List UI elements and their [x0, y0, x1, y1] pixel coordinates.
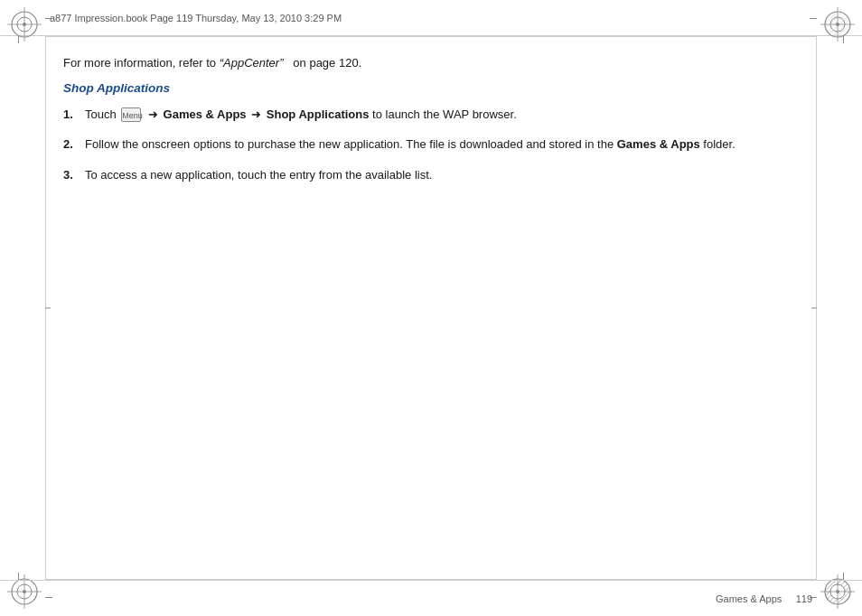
steps-list: 1. Touch Menu ➜ Games & Apps ➜ Shop Appl…: [63, 106, 799, 184]
menu-icon: Menu: [121, 107, 141, 122]
footer-spacer: [782, 593, 795, 604]
games-apps-label-2: Games & Apps: [617, 137, 700, 151]
header-title: a877 Impression.book Page 119 Thursday, …: [50, 13, 342, 23]
step-1-number: 1.: [63, 106, 85, 124]
tick-tr-v: [810, 18, 817, 19]
header-bar: a877 Impression.book Page 119 Thursday, …: [0, 0, 862, 36]
step-1: 1. Touch Menu ➜ Games & Apps ➜ Shop Appl…: [63, 106, 799, 124]
corner-tl: [7, 7, 42, 42]
intro-text-after: on page 120.: [286, 56, 361, 70]
svg-point-10: [826, 13, 849, 36]
appcenter-reference: “AppCenter”: [220, 56, 284, 70]
step-2-number: 2.: [63, 135, 85, 154]
intro-text-before: For more information, refer to: [63, 56, 220, 70]
border-top: [45, 36, 817, 37]
footer-bar: Games & Apps 119: [0, 580, 862, 616]
step-1-content: Touch Menu ➜ Games & Apps ➜ Shop Applica…: [85, 106, 799, 124]
tick-mid-l: [45, 308, 51, 309]
page: a877 Impression.book Page 119 Thursday, …: [0, 0, 862, 616]
arrow-2: ➜: [251, 107, 261, 121]
footer-page-number: 119: [796, 593, 812, 604]
section-title: Shop Applications: [63, 81, 799, 95]
step-3-number: 3.: [63, 166, 85, 184]
tick-tl-v: [45, 18, 52, 19]
games-apps-label-1: Games & Apps: [164, 107, 247, 121]
main-content: For more information, refer to “AppCente…: [63, 54, 799, 562]
shop-applications-label: Shop Applications: [267, 107, 370, 121]
corner-tr: [820, 7, 855, 42]
intro-paragraph: For more information, refer to “AppCente…: [63, 54, 799, 72]
step-2: 2. Follow the onscreen options to purcha…: [63, 135, 799, 154]
step-3: 3. To access a new application, touch th…: [63, 166, 799, 184]
step-2-content: Follow the onscreen options to purchase …: [85, 135, 799, 154]
step-3-content: To access a new application, touch the e…: [85, 166, 799, 184]
footer-section: Games & Apps: [716, 593, 782, 604]
tick-mid-r: [811, 308, 817, 309]
arrow-1: ➜: [148, 107, 158, 121]
